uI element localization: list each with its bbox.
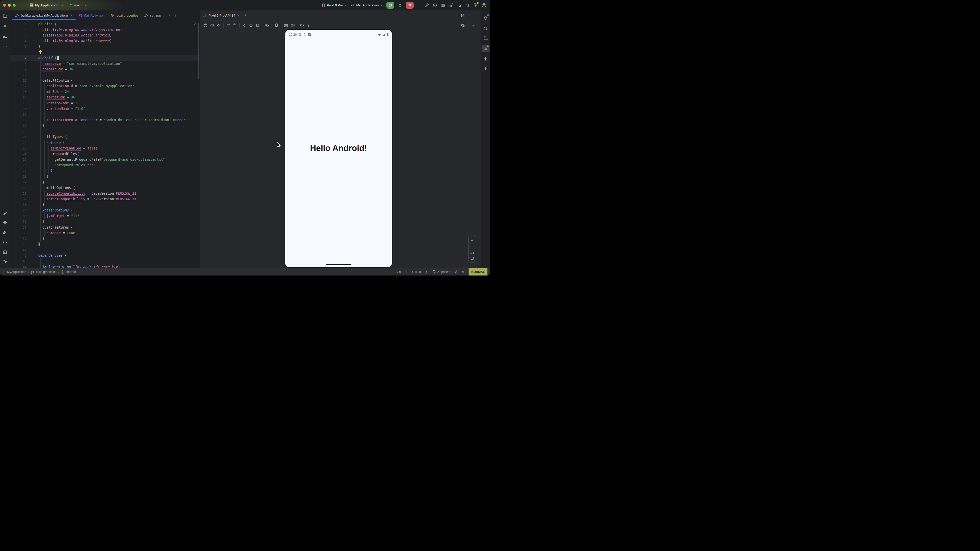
attach-debugger-button[interactable] — [449, 3, 453, 8]
code-line[interactable]: 40} — [11, 241, 200, 247]
screenshots-browse-icon[interactable] — [461, 23, 466, 27]
line-number[interactable]: 9 — [11, 67, 37, 71]
code-line[interactable]: 39 } — [11, 236, 200, 241]
editor-scrollbar[interactable] — [198, 23, 199, 79]
line-number[interactable]: 16 — [11, 107, 37, 111]
search-everywhere-button[interactable] — [465, 3, 470, 8]
line-number[interactable]: 44 — [11, 265, 37, 268]
code-line[interactable]: 24 proguardFiles( — [11, 151, 200, 157]
code-line[interactable]: 4 alias(libs.plugins.kotlin.compose) — [11, 38, 200, 44]
back-button[interactable] — [241, 22, 248, 29]
line-number[interactable]: 6 — [11, 50, 37, 54]
code-line[interactable]: 43 — [11, 259, 200, 264]
code-line[interactable]: 18 testInstrumentationRunner = "androidx… — [11, 117, 200, 123]
code-line[interactable]: 38 compose = true — [11, 230, 200, 236]
tab-list-chevron-icon[interactable] — [168, 14, 171, 17]
line-separator[interactable]: LF — [405, 270, 408, 274]
open-in-window-icon[interactable] — [461, 14, 465, 17]
power-button[interactable] — [202, 22, 209, 29]
code-line[interactable]: 7android { — [11, 55, 200, 61]
inspections-ok-icon[interactable]: ✓ — [194, 22, 196, 26]
line-number[interactable]: 38 — [11, 231, 37, 235]
zoom-fit-button[interactable] — [471, 257, 474, 260]
home-indicator[interactable] — [326, 264, 352, 265]
breadcrumb-file[interactable]: build.gradle.kts — [30, 270, 56, 274]
line-number[interactable]: 7 — [11, 56, 37, 60]
line-number[interactable]: 34 — [11, 208, 37, 212]
zoom-in-button[interactable]: + — [471, 238, 473, 242]
terminal-toolwindow-button[interactable] — [1, 248, 9, 256]
rerun-button[interactable] — [387, 2, 394, 9]
reset-button[interactable] — [299, 22, 305, 29]
breadcrumb-element[interactable]: λ android — [61, 270, 76, 274]
line-number[interactable]: 18 — [11, 118, 37, 122]
line-number[interactable]: 30 — [11, 186, 37, 190]
more-toolwindows-button[interactable]: ⋯ — [1, 43, 9, 50]
indent-config[interactable]: 2 spaces* — [432, 270, 451, 274]
code-line[interactable]: 28 } — [11, 174, 200, 179]
code-line[interactable]: 12 applicationId = "com.example.myapplic… — [11, 83, 200, 89]
line-number[interactable]: 12 — [11, 84, 37, 88]
code-line[interactable]: 29 } — [11, 179, 200, 185]
code-line[interactable]: 31 sourceCompatibility = JavaVersion.VER… — [11, 191, 200, 196]
gemini-button[interactable] — [482, 55, 490, 62]
version-control-toolwindow-button[interactable] — [1, 258, 9, 265]
code-line[interactable]: 10 — [11, 72, 200, 78]
line-number[interactable]: 14 — [11, 95, 37, 99]
commit-toolwindow-button[interactable] — [1, 22, 9, 30]
build-toolwindow-button[interactable] — [1, 210, 9, 217]
project-widget[interactable]: MA My Application — [30, 3, 62, 7]
overview-button[interactable] — [254, 22, 261, 29]
vim-mode-badge[interactable]: NORMAL — [469, 268, 487, 276]
code-line[interactable]: 5} — [11, 44, 200, 49]
line-number[interactable]: 31 — [11, 192, 37, 195]
volume-down-button[interactable] — [215, 22, 222, 29]
code-line[interactable]: 2 alias(libs.plugins.android.application… — [11, 27, 200, 32]
account-button[interactable] — [482, 3, 487, 8]
code-line[interactable]: 25 getDefaultProguardFile("proguard-andr… — [11, 157, 200, 162]
line-number[interactable]: 8 — [11, 62, 37, 65]
file-lock-indicator[interactable] — [455, 270, 458, 274]
settings-button[interactable] — [473, 3, 478, 8]
screen-record-button[interactable] — [289, 22, 296, 29]
resource-manager-button[interactable] — [1, 32, 9, 40]
notifications-button[interactable] — [482, 14, 490, 22]
line-number[interactable]: 36 — [11, 220, 37, 224]
line-number[interactable]: 4 — [11, 39, 37, 43]
hide-panel-icon[interactable]: — — [475, 14, 479, 17]
logcat-toolwindow-button[interactable] — [1, 229, 9, 237]
code-line[interactable]: 13 minSdk = 24 — [11, 89, 200, 95]
line-number[interactable]: 40 — [11, 242, 37, 246]
zoom-reset-button[interactable]: 1:1 — [470, 251, 474, 254]
code-line[interactable]: 33 } — [11, 202, 200, 208]
code-line[interactable]: 22 release { — [11, 140, 200, 145]
branch-widget[interactable]: main — [69, 3, 86, 7]
line-number[interactable]: 28 — [11, 175, 37, 178]
tab-mainactivity[interactable]: MainActivity.kt — [76, 11, 107, 20]
code-line[interactable]: 41 — [11, 247, 200, 253]
line-number[interactable]: 19 — [11, 124, 37, 127]
stop-button[interactable] — [406, 2, 414, 9]
device-tab[interactable]: Pixel 9 Pro API 34 ✕ — [203, 11, 239, 20]
rotate-right-button[interactable] — [231, 22, 238, 29]
device-manager-button[interactable] — [482, 35, 490, 42]
line-number[interactable]: 20 — [11, 129, 37, 133]
code-line[interactable]: 3 alias(libs.plugins.kotlin.android) — [11, 32, 200, 38]
code-line[interactable]: 23 isMinifyEnabled = false — [11, 145, 200, 151]
line-number[interactable]: 23 — [11, 146, 37, 150]
code-line[interactable]: 30 compileOptions { — [11, 185, 200, 191]
panel-options-kebab-icon[interactable]: ⋮ — [468, 14, 472, 17]
ai-disabled-indicator[interactable] — [425, 270, 428, 274]
line-number[interactable]: 42 — [11, 254, 37, 257]
device-settings-button[interactable] — [273, 22, 280, 29]
line-number[interactable]: 21 — [11, 135, 37, 139]
code-line[interactable]: 14 targetSdk = 36 — [11, 95, 200, 100]
app-quality-insights-button[interactable]: ✈ — [482, 65, 490, 73]
caret-position[interactable]: 7:9 — [396, 270, 401, 274]
line-number[interactable]: 25 — [11, 158, 37, 162]
line-number[interactable]: 10 — [11, 73, 37, 77]
add-device-tab-button[interactable]: + — [244, 13, 247, 18]
close-window-button[interactable] — [3, 4, 6, 6]
close-tab-icon[interactable]: ✕ — [70, 14, 73, 17]
tab-options-kebab-icon[interactable]: ⋮ — [173, 14, 177, 17]
